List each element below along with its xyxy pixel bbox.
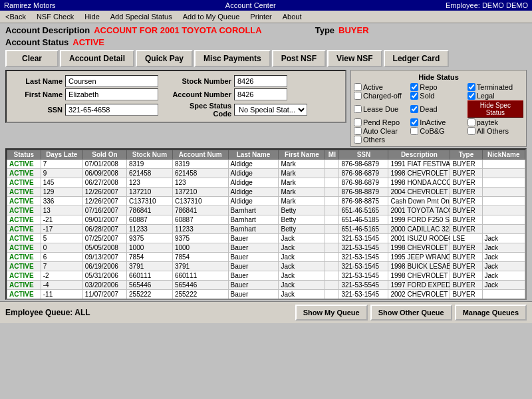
- first-name-label: First Name: [9, 90, 63, 98]
- checkbox-inactive[interactable]: InActive: [410, 118, 466, 126]
- show-other-queue-button[interactable]: Show Other Queue: [370, 305, 452, 321]
- checkbox-auto-clear[interactable]: Auto Clear: [354, 127, 410, 135]
- account-status-value: ACTIVE: [72, 37, 104, 47]
- hide-status-panel: Hide Status Active Repo Terminated Charg…: [350, 70, 527, 147]
- title-left: Ramirez Motors: [4, 1, 56, 9]
- last-name-input[interactable]: [65, 75, 158, 87]
- checkbox-all-others[interactable]: All Others: [467, 127, 523, 135]
- table-row[interactable]: ACTIVE-1111/07/2007255222255222BauerJack…: [7, 290, 525, 299]
- table-row[interactable]: ACTIVE12912/26/2007137210137210AldidgeMa…: [7, 188, 525, 197]
- table-row[interactable]: ACTIVE-205/31/2006660111660111BauerJack3…: [7, 271, 525, 281]
- table-row[interactable]: ACTIVE805/19/2008C177129C177129BentleyTr…: [7, 299, 525, 301]
- menu-back[interactable]: <Back: [3, 12, 29, 21]
- menu-printer[interactable]: Printer: [247, 12, 274, 21]
- ssn-label: SSN: [9, 106, 63, 114]
- checkbox-repo[interactable]: Repo: [410, 83, 466, 91]
- checkbox-pend-repo[interactable]: Pend Repo: [354, 118, 410, 126]
- ledger-card-button[interactable]: Ledger Card: [384, 50, 450, 67]
- data-table-container[interactable]: Status Days Late Sold On Stock Num Accou…: [5, 148, 527, 300]
- employee-queue-label: Employee Queue:: [5, 308, 74, 317]
- col-type: Type: [450, 150, 482, 160]
- data-table: Status Days Late Sold On Stock Num Accou…: [7, 150, 525, 300]
- post-nsf-button[interactable]: Post NSF: [272, 50, 326, 67]
- col-first-name: First Name: [279, 150, 325, 160]
- account-status-label: Account Status: [5, 37, 68, 47]
- show-my-queue-button[interactable]: Show My Queue: [295, 305, 368, 321]
- account-desc-value: ACCOUNT FOR 2001 TOYOTA COROLLA: [94, 25, 262, 35]
- employee-queue-section: Employee Queue: ALL: [5, 308, 90, 317]
- table-row[interactable]: ACTIVE-1706/28/20071123311233BarnhartBet…: [7, 225, 525, 234]
- checkbox-active[interactable]: Active: [354, 83, 410, 91]
- manage-queues-button[interactable]: Manage Queues: [455, 305, 527, 321]
- menu-hide[interactable]: Hide: [82, 12, 102, 21]
- table-row[interactable]: ACTIVE1307/16/2007786841786841BarnhartBe…: [7, 206, 525, 215]
- checkbox-others[interactable]: Others: [354, 136, 410, 144]
- first-name-input[interactable]: [65, 88, 158, 100]
- menu-add-special[interactable]: Add Special Status: [108, 12, 175, 21]
- table-row[interactable]: ACTIVE707/01/200883198319AldidgeMark876-…: [7, 160, 525, 169]
- spec-status-select[interactable]: No Special Stat...: [234, 104, 307, 116]
- checkbox-cobg[interactable]: CoB&G: [410, 127, 466, 135]
- checkbox-paytek[interactable]: paytek: [467, 118, 523, 126]
- table-row[interactable]: ACTIVE005/05/200810001000BauerJack321-53…: [7, 243, 525, 253]
- bottom-bar: Employee Queue: ALL Show My Queue Show O…: [0, 301, 532, 323]
- first-name-row: First Name Account Number: [9, 88, 342, 100]
- ssn-input[interactable]: [65, 104, 158, 116]
- quick-pay-button[interactable]: Quick Pay: [136, 50, 193, 67]
- table-row[interactable]: ACTIVE-403/20/2006565446565446BauerJack3…: [7, 281, 525, 290]
- account-number-label: Account Number: [172, 90, 231, 98]
- account-desc-label: Account Description: [5, 25, 90, 35]
- col-stock-num: Stock Num: [127, 150, 173, 160]
- col-mi: MI: [325, 150, 339, 160]
- clear-button[interactable]: Clear: [5, 50, 59, 67]
- table-row[interactable]: ACTIVE33612/26/2007C137310C137310Aldidge…: [7, 197, 525, 206]
- col-status: Status: [7, 150, 41, 160]
- col-last-name: Last Name: [228, 150, 279, 160]
- hide-status-title: Hide Status: [354, 73, 523, 81]
- table-row[interactable]: ACTIVE706/19/200637913791BauerJack321-53…: [7, 262, 525, 271]
- col-nickname: NickName: [482, 150, 525, 160]
- table-row[interactable]: ACTIVE906/09/2008621458621458AldidgeMark…: [7, 169, 525, 178]
- stock-number-label: Stock Number: [172, 77, 231, 85]
- stock-number-input[interactable]: [234, 75, 287, 87]
- col-account-num: Account Num: [172, 150, 228, 160]
- toolbar: Clear Account Detail Quick Pay Misc Paym…: [5, 50, 527, 67]
- type-label: Type: [315, 25, 334, 35]
- employee-queue-value: ALL: [74, 308, 90, 317]
- menu-about[interactable]: About: [280, 12, 305, 21]
- checkbox-sold[interactable]: Sold: [410, 92, 466, 100]
- title-center: Account Center: [225, 1, 276, 9]
- checkbox-lease-due[interactable]: Lease Due: [354, 100, 410, 118]
- ssn-row: SSN Spec Status Code No Special Stat...: [9, 102, 342, 118]
- title-right: Employee: DEMO DEMO: [446, 1, 528, 9]
- type-value: BUYER: [338, 25, 369, 35]
- col-days-late: Days Late: [41, 150, 82, 160]
- last-name-row: Last Name Stock Number: [9, 75, 342, 87]
- table-row[interactable]: ACTIVE14506/27/2008123123AldidgeMark876-…: [7, 178, 525, 188]
- misc-payments-button[interactable]: Misc Payments: [194, 50, 271, 67]
- table-row[interactable]: ACTIVE507/25/200793759375BauerJack321-53…: [7, 234, 525, 243]
- col-sold-on: Sold On: [82, 150, 126, 160]
- title-bar: Ramirez Motors Account Center Employee: …: [0, 0, 532, 11]
- menu-bar: <Back NSF Check Hide Add Special Status …: [0, 11, 532, 23]
- col-ssn: SSN: [339, 150, 388, 160]
- checkbox-terminated[interactable]: Terminated: [467, 83, 523, 91]
- account-number-input[interactable]: [234, 88, 287, 100]
- col-description: Description: [388, 150, 450, 160]
- checkbox-legal[interactable]: Legal: [467, 92, 523, 100]
- view-nsf-button[interactable]: View NSF: [327, 50, 382, 67]
- checkbox-charged-off[interactable]: Charged-off: [354, 92, 410, 100]
- account-detail-button[interactable]: Account Detail: [60, 50, 134, 67]
- table-row[interactable]: ACTIVE609/13/200778547854BauerJack321-53…: [7, 253, 525, 262]
- table-row[interactable]: ACTIVE-2109/01/20076088760887BarnhartBet…: [7, 215, 525, 225]
- last-name-label: Last Name: [9, 77, 63, 85]
- menu-add-queue[interactable]: Add to My Queue: [180, 12, 243, 21]
- menu-nsf-check[interactable]: NSF Check: [34, 12, 76, 21]
- spec-status-label: Spec Status Code: [172, 102, 231, 118]
- hide-spec-status-button[interactable]: Hide Spec Status: [467, 100, 523, 118]
- checkbox-dead[interactable]: Dead: [410, 100, 466, 118]
